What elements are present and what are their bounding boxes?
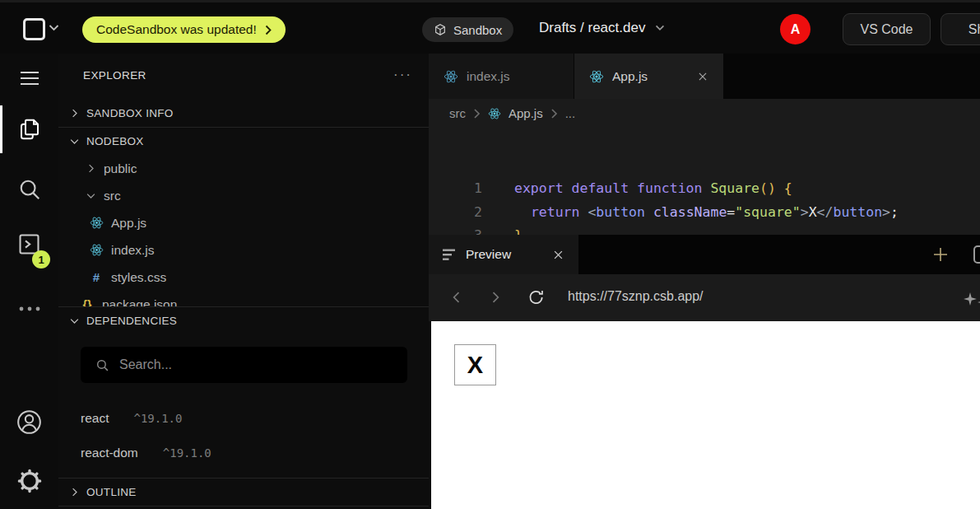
menu-button[interactable]: [0, 55, 58, 101]
settings-button[interactable]: [0, 458, 58, 504]
editor-tab-bar: index.js App.js: [429, 54, 980, 99]
workspace-breadcrumb[interactable]: Drafts / react.dev: [539, 20, 665, 36]
tab-label: Preview: [466, 247, 511, 262]
tree-item-app-js[interactable]: App.js: [58, 209, 429, 236]
package-row[interactable]: react-dom^19.1.0: [81, 442, 412, 464]
section-label: SANDBOX INFO: [86, 107, 174, 119]
square-button[interactable]: X: [454, 344, 496, 385]
tab-index-js[interactable]: index.js: [429, 54, 574, 99]
dependency-search-input[interactable]: [119, 357, 366, 372]
tree-item-label: styles.css: [111, 270, 166, 285]
code-line: 1export default function Square() {: [429, 177, 980, 201]
tree-item-src[interactable]: src: [58, 182, 429, 209]
tree-item-label: public: [104, 161, 137, 176]
tab-label: index.js: [467, 69, 510, 84]
code-editor[interactable]: 1export default function Square() {2 ret…: [429, 128, 980, 235]
cube-icon: [434, 23, 447, 36]
section-label: DEPENDENCIES: [86, 315, 177, 327]
add-pane-button[interactable]: [931, 245, 950, 264]
activity-bar: 1: [0, 54, 58, 509]
tree-item-index-js[interactable]: index.js: [58, 236, 429, 264]
chevron-down-icon: [655, 25, 665, 31]
section-dependencies[interactable]: DEPENDENCIES: [58, 307, 429, 334]
breadcrumb-more[interactable]: ...: [565, 106, 576, 120]
gear-icon: [16, 467, 44, 495]
avatar[interactable]: A: [780, 14, 810, 44]
ellipsis-icon: [19, 306, 40, 311]
sandbox-type-badge[interactable]: Sandbox: [422, 17, 513, 42]
refresh-button[interactable]: [527, 287, 546, 307]
account-button[interactable]: [0, 399, 58, 445]
css-file-icon: #: [89, 270, 104, 284]
plus-icon: [931, 245, 950, 264]
chevron-left-icon: [448, 288, 465, 306]
search-icon: [17, 177, 42, 202]
more-views-button[interactable]: [0, 286, 58, 332]
tree-item-styles-css[interactable]: # styles.css: [58, 264, 429, 291]
react-file-icon: [589, 69, 604, 84]
tree-item-public[interactable]: public: [58, 155, 429, 182]
workspace-breadcrumb-label: Drafts / react.dev: [539, 20, 645, 36]
package-version: ^19.1.0: [163, 446, 211, 460]
workspace-logo-icon[interactable]: [23, 18, 45, 40]
sandbox-badge-label: Sandbox: [453, 23, 502, 37]
share-button[interactable]: Sha: [941, 13, 980, 45]
explorer-view-button[interactable]: [0, 106, 58, 152]
chevron-right-icon: [68, 486, 81, 498]
editor-area: index.js App.js src App.js ... 1export d…: [429, 54, 980, 509]
preview-lines-icon: [443, 249, 457, 261]
dependency-search[interactable]: [81, 347, 407, 383]
chevron-right-icon: [487, 288, 504, 306]
vscode-button-label: VS Code: [860, 22, 913, 37]
section-nodebox[interactable]: NODEBOX: [58, 128, 429, 155]
refresh-icon: [527, 287, 546, 307]
url-bar[interactable]: https://77sznp.csb.app/: [568, 289, 704, 304]
back-button[interactable]: [448, 288, 465, 306]
tree-item-label: index.js: [111, 243, 155, 258]
preview-tab-bar: Preview: [429, 235, 980, 274]
tree-item-label: App.js: [111, 216, 146, 231]
forward-button[interactable]: [487, 288, 504, 306]
tab-close-button[interactable]: [697, 71, 708, 82]
preview-page: X: [429, 321, 980, 509]
search-view-button[interactable]: [0, 166, 58, 212]
workspace-chevron-down-icon[interactable]: [49, 24, 59, 31]
avatar-initial: A: [791, 22, 801, 37]
explorer-title: EXPLORER: [83, 69, 146, 82]
preview-close-button[interactable]: [552, 249, 564, 261]
chevron-down-icon: [85, 189, 97, 202]
open-in-vscode-button[interactable]: VS Code: [843, 13, 931, 45]
breadcrumb-file[interactable]: App.js: [509, 106, 543, 120]
react-file-icon: [488, 107, 501, 120]
code-line: 2 return <button className="square">X</b…: [429, 201, 980, 225]
hamburger-icon: [20, 71, 39, 86]
tab-preview[interactable]: Preview: [429, 235, 578, 274]
tab-app-js[interactable]: App.js: [574, 54, 723, 99]
section-sandbox-info[interactable]: SANDBOX INFO: [58, 100, 429, 127]
breadcrumb-folder[interactable]: src: [449, 106, 466, 120]
dependencies-section: DEPENDENCIES react^19.1.0react-dom^19.1.…: [58, 306, 429, 478]
tree-item-label: src: [104, 189, 121, 203]
explorer-panel: EXPLORER ··· SANDBOX INFO NODEBOX public…: [58, 54, 429, 509]
line-number: 1: [429, 177, 514, 201]
update-banner-button[interactable]: CodeSandbox was updated!: [82, 16, 286, 43]
tab-label: App.js: [612, 69, 648, 84]
react-file-icon: [89, 216, 104, 230]
layout-button[interactable]: [973, 245, 980, 264]
section-label: OUTLINE: [86, 486, 137, 498]
chevron-right-icon: [550, 108, 558, 119]
chevron-right-icon: [68, 107, 81, 119]
sparkle-icon[interactable]: [962, 292, 980, 308]
person-icon: [16, 409, 43, 436]
top-bar: CodeSandbox was updated! Sandbox Drafts …: [0, 0, 980, 54]
package-row[interactable]: react^19.1.0: [81, 408, 412, 429]
package-name: react: [81, 411, 109, 426]
chevron-right-icon: [473, 108, 481, 119]
section-outline[interactable]: OUTLINE: [58, 479, 429, 506]
terminal-badge-count: 1: [38, 254, 44, 266]
explorer-menu-button[interactable]: ···: [393, 67, 412, 83]
react-file-icon: [89, 243, 104, 257]
breadcrumb[interactable]: src App.js ...: [429, 99, 980, 128]
package-version: ^19.1.0: [133, 412, 182, 425]
chevron-down-icon: [68, 135, 81, 147]
